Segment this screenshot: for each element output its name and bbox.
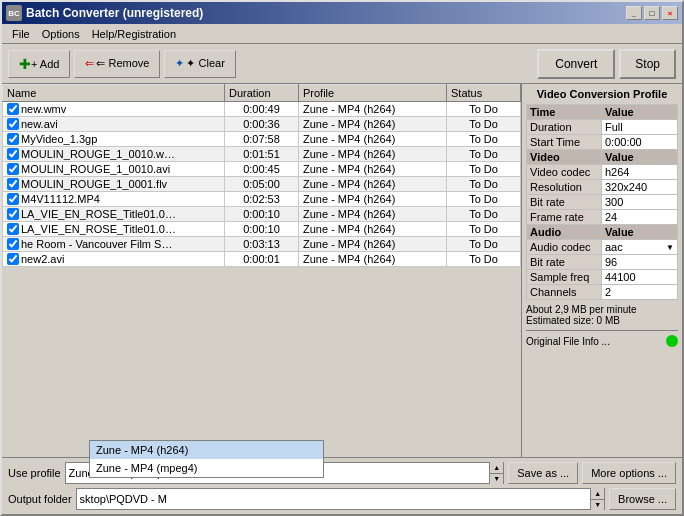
file-name-cell: he Room - Vancouver Film Sch... — [3, 237, 225, 252]
menu-file[interactable]: File — [6, 26, 36, 42]
more-options-button[interactable]: More options ... — [582, 462, 676, 484]
toolbar: ✚ + Add ⇐ ⇐ Remove ✦ ✦ Clear Convert Sto… — [2, 44, 682, 84]
audio-bitrate-label: Bit rate — [527, 255, 602, 270]
file-status: To Do — [447, 252, 521, 267]
file-name-cell: new2.avi — [3, 252, 225, 267]
file-checkbox[interactable] — [7, 103, 19, 115]
time-header-label: Time — [527, 105, 602, 120]
app-icon: BC — [6, 5, 22, 21]
col-header-status: Status — [447, 85, 521, 102]
dropdown-item-h264[interactable]: Zune - MP4 (h264) — [90, 441, 323, 459]
file-checkbox[interactable] — [7, 118, 19, 130]
file-checkbox[interactable] — [7, 223, 19, 235]
sample-freq-label: Sample freq — [527, 270, 602, 285]
minimize-button[interactable]: _ — [626, 6, 642, 20]
table-row: LA_VIE_EN_ROSE_Title01.01....0:00:10Zune… — [3, 222, 521, 237]
resolution-value: 320x240 — [602, 180, 678, 195]
video-codec-value: h264 — [602, 165, 678, 180]
file-list-scroll[interactable]: Name Duration Profile Status new.wmv0:00… — [2, 84, 521, 457]
file-name-cell: LA_VIE_EN_ROSE_Title01.01.... — [3, 222, 225, 237]
resolution-label: Resolution — [527, 180, 602, 195]
file-checkbox[interactable] — [7, 208, 19, 220]
close-button[interactable]: × — [662, 6, 678, 20]
table-row: MOULIN_ROUGE_1_0001.flv0:05:00Zune - MP4… — [3, 177, 521, 192]
stop-button[interactable]: Stop — [619, 49, 676, 79]
file-checkbox[interactable] — [7, 193, 19, 205]
output-down-button[interactable]: ▼ — [591, 500, 604, 511]
restore-button[interactable]: □ — [644, 6, 660, 20]
file-checkbox[interactable] — [7, 133, 19, 145]
file-duration: 0:02:53 — [225, 192, 299, 207]
mb-per-minute: About 2,9 MB per minute — [526, 304, 678, 315]
file-name: MOULIN_ROUGE_1_0010.wmv — [21, 148, 176, 160]
file-checkbox[interactable] — [7, 148, 19, 160]
file-name-cell: new.wmv — [3, 102, 225, 117]
file-duration: 0:00:45 — [225, 162, 299, 177]
file-name-cell: MOULIN_ROUGE_1_0001.flv — [3, 177, 225, 192]
profile-up-button[interactable]: ▲ — [490, 462, 503, 474]
original-file-label[interactable]: Original File Info ... — [526, 336, 610, 347]
col-header-duration: Duration — [225, 85, 299, 102]
properties-table: Time Value Duration Full Start Time 0:00… — [526, 104, 678, 300]
sample-freq-row: Sample freq 44100 — [527, 270, 678, 285]
video-header-row: Video Value — [527, 150, 678, 165]
browse-button[interactable]: Browse ... — [609, 488, 676, 510]
audio-value-header: Value — [602, 225, 678, 240]
file-duration: 0:01:51 — [225, 147, 299, 162]
table-row: new.wmv0:00:49Zune - MP4 (h264)To Do — [3, 102, 521, 117]
save-as-button[interactable]: Save as ... — [508, 462, 578, 484]
file-name-cell: LA_VIE_EN_ROSE_Title01.01.... — [3, 207, 225, 222]
file-status: To Do — [447, 117, 521, 132]
channels-label: Channels — [527, 285, 602, 300]
clear-button[interactable]: ✦ ✦ Clear — [164, 50, 235, 78]
file-name-cell: MOULIN_ROUGE_1_0010.wmv — [3, 147, 225, 162]
sample-freq-value: 44100 — [602, 270, 678, 285]
panel-title: Video Conversion Profile — [526, 88, 678, 100]
time-header-row: Time Value — [527, 105, 678, 120]
audio-codec-dropdown-arrow[interactable]: ▼ — [666, 243, 674, 252]
file-profile: Zune - MP4 (h264) — [299, 237, 447, 252]
file-status: To Do — [447, 102, 521, 117]
file-checkbox[interactable] — [7, 238, 19, 250]
window-title: Batch Converter (unregistered) — [26, 6, 203, 20]
duration-label: Duration — [527, 120, 602, 135]
convert-button[interactable]: Convert — [537, 49, 615, 79]
right-panel: Video Conversion Profile Time Value Dura… — [522, 84, 682, 457]
profile-down-button[interactable]: ▼ — [490, 474, 503, 485]
file-name-cell: new.avi — [3, 117, 225, 132]
video-bitrate-value: 300 — [602, 195, 678, 210]
file-name: LA_VIE_EN_ROSE_Title01.01.... — [21, 223, 176, 235]
file-profile: Zune - MP4 (h264) — [299, 162, 447, 177]
menu-bar: File Options Help/Registration — [2, 24, 682, 44]
file-status: To Do — [447, 222, 521, 237]
output-up-button[interactable]: ▲ — [591, 488, 604, 500]
file-checkbox[interactable] — [7, 163, 19, 175]
file-checkbox[interactable] — [7, 178, 19, 190]
file-duration: 0:03:13 — [225, 237, 299, 252]
plus-icon: ✚ — [19, 56, 31, 72]
output-path-input[interactable] — [77, 492, 591, 506]
estimated-size: Estimated size: 0 MB — [526, 315, 678, 326]
menu-options[interactable]: Options — [36, 26, 86, 42]
bottom-bar: Zune - MP4 (h264) Zune - MP4 (mpeg4) Use… — [2, 457, 682, 514]
file-checkbox[interactable] — [7, 253, 19, 265]
table-row: he Room - Vancouver Film Sch...0:03:13Zu… — [3, 237, 521, 252]
audio-codec-label: Audio codec — [527, 240, 602, 255]
file-profile: Zune - MP4 (h264) — [299, 117, 447, 132]
add-button[interactable]: ✚ + Add — [8, 50, 70, 78]
frame-rate-value: 24 — [602, 210, 678, 225]
file-name-cell: M4V11112.MP4 — [3, 192, 225, 207]
col-header-name: Name — [3, 85, 225, 102]
use-profile-label: Use profile — [8, 467, 61, 479]
video-header-label: Video — [527, 150, 602, 165]
start-time-row: Start Time 0:00:00 — [527, 135, 678, 150]
channels-value: 2 — [602, 285, 678, 300]
file-duration: 0:07:58 — [225, 132, 299, 147]
main-area: Name Duration Profile Status new.wmv0:00… — [2, 84, 682, 457]
remove-button[interactable]: ⇐ ⇐ Remove — [74, 50, 160, 78]
menu-help[interactable]: Help/Registration — [86, 26, 182, 42]
file-status: To Do — [447, 237, 521, 252]
file-status: To Do — [447, 177, 521, 192]
dropdown-item-mpeg4[interactable]: Zune - MP4 (mpeg4) — [90, 459, 323, 477]
file-name-cell: MyVideo_1.3gp — [3, 132, 225, 147]
